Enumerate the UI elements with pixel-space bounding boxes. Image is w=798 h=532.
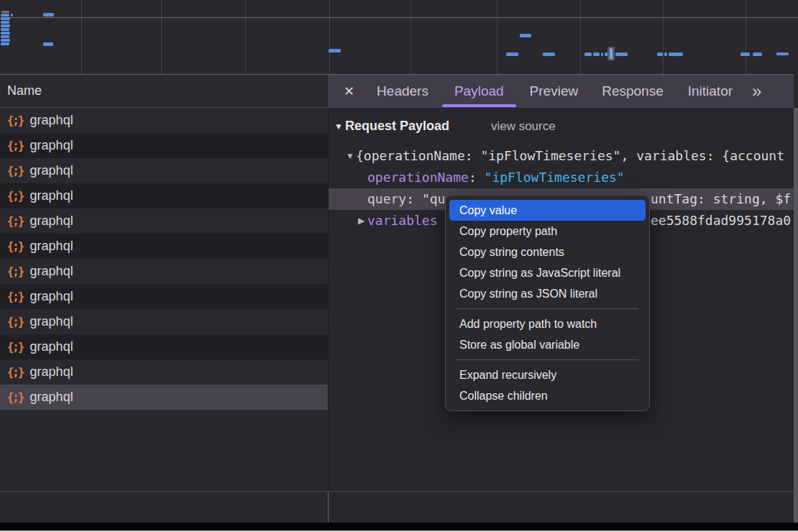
waterfall-bar [1,42,9,45]
grid-line [161,0,162,74]
collapse-triangle-icon[interactable]: ▼ [334,121,343,132]
json-icon: {;} [7,165,24,178]
waterfall-bar [1,24,10,27]
request-name: graphql [30,314,73,329]
request-name: graphql [30,239,73,254]
waterfall-bar [43,42,53,46]
request-row[interactable]: {;}graphql [0,309,328,334]
waterfall-bar [329,49,341,52]
variables-continuation: ee5588fdad995178a0 [651,210,791,231]
waterfall-bar [753,52,762,56]
waterfall-bar [543,52,555,56]
query-entry: query: "qu [367,188,445,210]
query-continuation: untTag: string, $f [651,188,791,210]
waterfall-bar [584,52,592,56]
request-name: graphql [30,364,73,380]
waterfall-bar [740,52,750,56]
bottom-divider [0,491,794,492]
tab-initiator[interactable]: Initiator [688,75,733,108]
menu-item-copy-string-js-literal[interactable]: Copy string as JavaScript literal [449,262,646,283]
waterfall-bar [1,28,9,31]
menu-item-copy-property-path[interactable]: Copy property path [449,221,646,242]
waterfall-bar [506,52,518,56]
waterfall-bar [593,52,600,56]
request-name: graphql [30,113,73,128]
menu-item-store-as-global-variable[interactable]: Store as global variable [449,334,646,355]
expand-triangle-icon[interactable]: ▶ [358,210,364,231]
waterfall-bar [1,14,9,17]
waterfall-bar [1,17,10,20]
json-icon: {;} [7,215,24,228]
grid-line [245,0,246,74]
request-row[interactable]: {;}graphql [0,108,328,133]
grid-line [411,0,411,74]
menu-separator [457,359,638,360]
waterfall-bar [1,21,9,24]
view-source-link[interactable]: view source [491,119,556,134]
waterfall-bar [776,52,789,55]
more-tabs-icon[interactable]: » [752,83,761,100]
request-row[interactable]: {;}graphql [0,334,328,359]
request-row[interactable]: {;}graphql [0,158,328,183]
bottom-window-edge [0,523,798,531]
json-key: operationName [367,170,469,185]
menu-item-collapse-children[interactable]: Collapse children [449,385,646,406]
menu-item-copy-value[interactable]: Copy value [449,200,646,221]
waterfall-bar [669,52,683,56]
json-string-start: "qu [422,191,446,206]
name-column-header[interactable]: Name [0,74,328,108]
request-row[interactable]: {;}graphql [0,208,328,234]
request-name: graphql [30,264,73,279]
menu-item-add-property-path-to-watch[interactable]: Add property path to watch [449,313,646,334]
grid-line [663,0,664,74]
request-row[interactable]: {;}graphql [0,259,328,284]
request-name: graphql [30,289,73,304]
expand-triangle-icon[interactable]: ▼ [346,145,354,167]
network-overview-strip[interactable] [0,0,798,74]
waterfall-bar [601,52,603,56]
context-menu: Copy value Copy property path Copy strin… [445,195,650,411]
json-icon: {;} [7,290,24,303]
tree-row-root[interactable]: ▼ {operationName: "ipFlowTimeseries", va… [329,145,794,167]
grid-line [81,0,82,74]
request-payload-section-header[interactable]: ▼ Request Payload view source [334,119,794,134]
json-key: variables [367,210,438,231]
request-row[interactable]: {;}graphql [0,133,328,158]
request-name: graphql [30,163,73,178]
tree-row-operation-name[interactable]: operationName: "ipFlowTimeseries" [329,167,794,188]
panel-divider[interactable] [328,492,329,523]
waterfall-bar [1,11,9,13]
waterfall-bar [615,52,628,56]
json-icon: {;} [7,240,24,253]
grid-line [580,0,581,74]
menu-item-expand-recursively[interactable]: Expand recursively [449,364,646,385]
json-key: query [367,191,406,206]
request-row[interactable]: {;}graphql [0,234,328,259]
close-icon[interactable]: ✕ [344,83,354,99]
tab-response[interactable]: Response [602,75,664,108]
json-string-value: "ipFlowTimeseries" [485,170,625,185]
waterfall-bar [664,52,667,56]
menu-item-copy-string-json-literal[interactable]: Copy string as JSON literal [449,283,646,304]
tab-preview[interactable]: Preview [530,75,579,108]
request-name: graphql [30,214,73,229]
grid-line [0,17,798,18]
grid-line [329,0,330,74]
menu-item-copy-string-contents[interactable]: Copy string contents [449,242,646,262]
request-row[interactable]: {;}graphql [0,183,328,208]
json-icon: {;} [7,139,24,152]
request-row[interactable]: {;}graphql [0,359,328,385]
request-list: {;}graphql {;}graphql {;}graphql {;}grap… [0,108,328,491]
request-row-selected[interactable]: {;}graphql [0,385,328,410]
right-edge-strip [794,108,798,523]
name-column-label: Name [7,83,42,98]
json-icon: {;} [7,366,24,379]
request-row[interactable]: {;}graphql [0,284,328,309]
tab-headers[interactable]: Headers [377,75,428,108]
json-icon: {;} [7,114,24,127]
menu-separator [457,308,638,309]
tab-payload[interactable]: Payload [454,75,504,108]
waterfall-bar [1,35,9,38]
waterfall-bar [610,48,613,59]
detail-tab-bar: ✕ Headers Payload Preview Response Initi… [328,74,794,108]
